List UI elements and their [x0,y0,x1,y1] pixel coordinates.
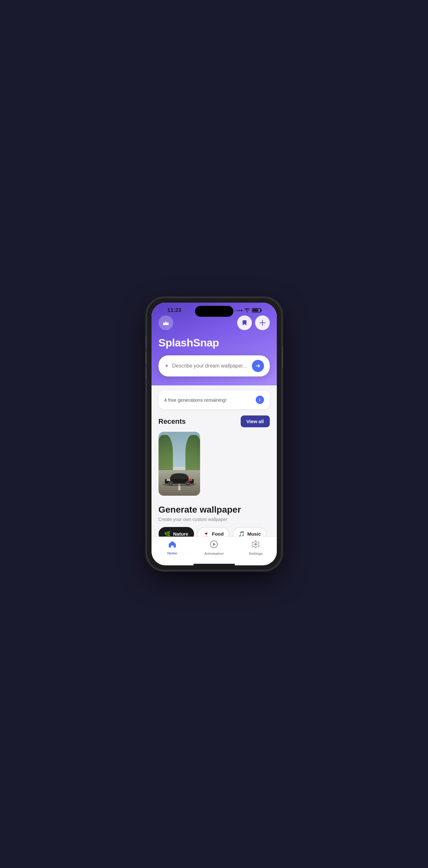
search-bar: ✦ [158,355,270,376]
svg-rect-8 [188,479,192,481]
content-area[interactable]: 4 free generations remaining! i Recents … [152,385,277,536]
chip-nature[interactable]: 🌿 Nature [158,527,194,536]
category-chips: 🌿 Nature 🍷 Food 🎵 Music ✏️ Abstract [158,527,270,536]
recent-item[interactable] [158,432,200,496]
chip-nature-label: Nature [173,531,189,536]
search-input[interactable] [172,363,249,369]
tab-automation-label: Automation [204,552,224,555]
recents-title: Recents [158,417,186,426]
svg-point-0 [246,311,248,312]
tab-home[interactable]: Home [161,540,183,555]
status-time: 11:23 [167,307,181,313]
settings-icon [251,540,260,550]
app-title: SplashSnap [158,337,270,349]
automation-icon [210,540,218,550]
tab-settings[interactable]: Settings [245,540,267,555]
chip-food[interactable]: 🍷 Food [197,527,230,536]
add-button[interactable] [255,315,270,330]
recents-section-header: Recents View all [158,415,270,427]
header-right-buttons [237,315,270,330]
svg-rect-7 [166,479,171,481]
tab-home-label: Home [167,551,177,555]
status-icons [234,308,261,313]
wifi-icon [244,308,250,313]
signal-icon [234,310,242,311]
tab-settings-label: Settings [249,552,263,555]
free-gen-text: 4 free generations remaining! [164,397,226,403]
view-all-button[interactable]: View all [241,415,270,427]
bookmark-button[interactable] [237,315,252,330]
tab-bar: Home Automation Settings [152,536,277,562]
generate-subtitle: Create your own custom wallpaper [158,517,270,522]
tab-automation[interactable]: Automation [203,540,225,555]
chip-music-label: Music [247,531,261,536]
generate-section: Generate wallpaper Create your own custo… [158,505,270,536]
crown-button[interactable] [158,315,173,330]
recents-grid [158,432,270,496]
home-icon [168,540,177,550]
generate-title: Generate wallpaper [158,505,270,515]
svg-point-11 [255,543,257,546]
svg-point-6 [187,483,189,485]
phone-screen: 11:23 [152,303,277,565]
music-icon: 🎵 [239,531,245,536]
phone-frame: 11:23 [147,298,281,570]
dynamic-island [195,306,233,317]
battery-icon [252,308,261,313]
chip-music[interactable]: 🎵 Music [233,527,267,536]
header-top-row [158,315,270,330]
nature-icon: 🌿 [164,531,171,536]
chip-food-label: Food [212,531,224,536]
info-icon[interactable]: i [256,396,264,404]
food-icon: 🍷 [203,531,209,536]
svg-marker-10 [213,542,216,546]
svg-point-5 [170,483,172,485]
free-gen-banner: 4 free generations remaining! i [158,391,270,409]
search-submit-button[interactable] [252,360,264,372]
sparkle-icon: ✦ [164,363,169,369]
home-bar [193,564,235,565]
